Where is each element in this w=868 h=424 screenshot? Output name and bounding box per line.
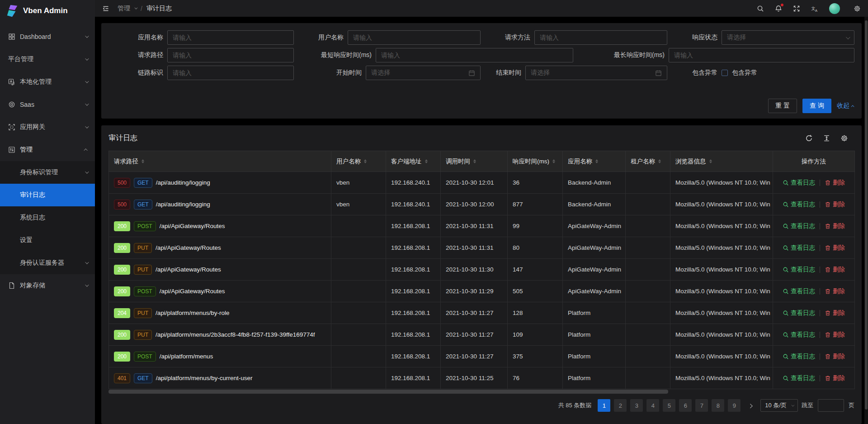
page-button-5[interactable]: 5 [663,399,675,412]
table-row[interactable]: 204PUT/api/platform/menus/by-role192.168… [109,302,855,324]
sidebar-item[interactable]: 应用网关 [0,116,95,138]
sidebar-item[interactable]: 审计日志 [0,184,95,206]
view-log-button[interactable]: 查看日志 [783,287,815,295]
delete-button[interactable]: 删除 [825,331,845,339]
text-input[interactable] [348,30,481,45]
view-log-button[interactable]: 查看日志 [783,200,815,209]
sidebar-item[interactable]: 身份标识管理 [0,161,95,184]
table-row[interactable]: 500GET/api/auditing/loggingvben192.168.2… [109,172,855,194]
text-input[interactable] [376,48,573,62]
sidebar-item[interactable]: 对象存储 [0,274,95,297]
app-logo[interactable]: Vben Admin [0,0,95,22]
vertical-scrollbar[interactable] [864,17,868,424]
text-input[interactable] [669,48,854,62]
table-row[interactable]: 200PUT/api/platform/menus/2b3accf8-4fb8-… [109,324,855,346]
date-input[interactable]: 请选择 [525,66,667,80]
delete-button[interactable]: 删除 [825,266,845,274]
page-button-6[interactable]: 6 [679,399,692,412]
column-header[interactable]: 租户名称 [626,151,670,172]
table-row[interactable]: 200PUT/api/ApiGateway/Routes192.168.208.… [109,237,855,259]
view-log-button[interactable]: 查看日志 [783,244,815,252]
sidebar-item[interactable]: 管理 [0,138,95,161]
horizontal-scrollbar[interactable] [108,390,854,395]
text-input-field[interactable] [173,69,288,76]
collapse-link[interactable]: 收起 [837,102,854,110]
menu-fold-icon[interactable] [102,5,109,12]
page-button-8[interactable]: 8 [712,399,724,412]
reset-button[interactable]: 重 置 [768,99,797,113]
sort-icon[interactable] [658,158,661,165]
search-icon[interactable] [757,5,764,12]
table-row[interactable]: 200POST/api/platform/menus192.168.208.12… [109,346,855,367]
notification-button[interactable] [775,5,782,12]
page-button-7[interactable]: 7 [695,399,708,412]
text-input[interactable] [167,30,294,45]
sidebar-item[interactable]: Dashboard [0,25,95,48]
text-input-field[interactable] [381,52,568,59]
sort-icon[interactable] [473,158,476,165]
sidebar-item[interactable]: 平台管理 [0,48,95,71]
view-log-button[interactable]: 查看日志 [783,179,815,187]
delete-button[interactable]: 删除 [825,353,845,361]
checkbox[interactable] [722,70,728,76]
column-setting-icon[interactable] [840,134,848,142]
table-row[interactable]: 200PUT/api/ApiGateway/Routes192.168.208.… [109,259,855,281]
page-button-9[interactable]: 9 [728,399,741,412]
view-log-button[interactable]: 查看日志 [783,353,815,361]
column-header[interactable]: 浏览器信息 [670,151,773,172]
sort-icon[interactable] [425,158,428,165]
view-log-button[interactable]: 查看日志 [783,374,815,382]
column-header[interactable]: 应用名称 [563,151,626,172]
table-row[interactable]: 200POST/api/ApiGateway/Routes192.168.208… [109,215,855,237]
delete-button[interactable]: 删除 [825,244,845,252]
delete-button[interactable]: 删除 [825,179,845,187]
row-height-icon[interactable] [823,134,830,142]
next-page-button[interactable] [744,399,757,412]
column-header[interactable]: 客户端地址 [386,151,441,172]
table-row[interactable]: 500GET/api/auditing/loggingvben192.168.2… [109,194,855,215]
date-input[interactable]: 请选择 [366,66,481,80]
table-row[interactable]: 401GET/api/platform/menus/by-current-use… [109,367,855,389]
column-header[interactable]: 调用时间 [441,151,508,172]
sidebar-item[interactable]: 本地化管理 [0,71,95,93]
table-row[interactable]: 200POST/api/ApiGateway/Routes192.168.208… [109,281,855,302]
sidebar-item[interactable]: 设置 [0,229,95,252]
jump-page-input[interactable] [818,399,844,412]
delete-button[interactable]: 删除 [825,287,845,295]
scrollbar-thumb[interactable] [108,390,668,394]
sort-icon[interactable] [709,158,712,165]
text-input-field[interactable] [540,34,662,41]
avatar[interactable] [829,3,840,14]
settings-gear-icon[interactable] [854,5,861,12]
text-input[interactable] [534,30,667,45]
view-log-button[interactable]: 查看日志 [783,331,815,339]
view-log-button[interactable]: 查看日志 [783,222,815,230]
page-button-1[interactable]: 1 [598,399,610,412]
page-button-4[interactable]: 4 [646,399,659,412]
text-input[interactable] [167,48,294,62]
column-header[interactable]: 响应时间(ms) [508,151,563,172]
select-input[interactable]: 请选择 [722,30,854,45]
refresh-icon[interactable] [805,134,813,142]
view-log-button[interactable]: 查看日志 [783,266,815,274]
text-input-field[interactable] [674,52,849,59]
delete-button[interactable]: 删除 [825,309,845,317]
delete-button[interactable]: 删除 [825,222,845,230]
page-size-select[interactable]: 10 条/页 [760,399,798,412]
scrollbar-thumb[interactable] [865,20,868,410]
fullscreen-icon[interactable] [793,5,800,12]
delete-button[interactable]: 删除 [825,374,845,382]
text-input-field[interactable] [353,34,475,41]
page-button-3[interactable]: 3 [630,399,643,412]
column-header[interactable]: 用户名称 [331,151,386,172]
sidebar-item[interactable]: Saas [0,93,95,116]
sidebar-item[interactable]: 身份认证服务器 [0,252,95,274]
delete-button[interactable]: 删除 [825,200,845,209]
sort-icon[interactable] [142,158,144,165]
page-button-2[interactable]: 2 [614,399,627,412]
text-input[interactable] [167,66,294,80]
column-header[interactable]: 请求路径 [109,151,331,172]
locale-icon[interactable]: 文A [811,5,818,12]
sidebar-item[interactable]: 系统日志 [0,206,95,229]
text-input-field[interactable] [173,52,288,59]
